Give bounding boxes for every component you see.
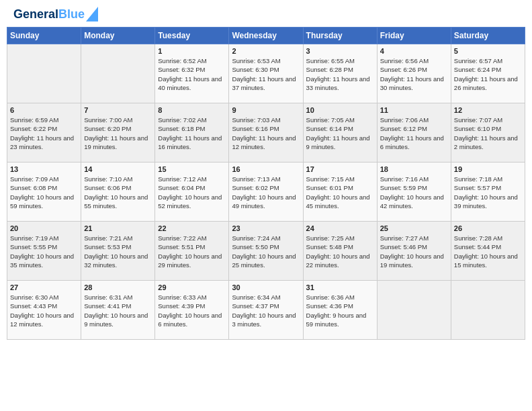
day-info: Sunrise: 6:57 AM Sunset: 6:24 PM Dayligh… <box>454 56 522 92</box>
calendar-cell: 10Sunrise: 7:05 AM Sunset: 6:14 PM Dayli… <box>303 103 377 163</box>
calendar-cell: 27Sunrise: 6:30 AM Sunset: 4:43 PM Dayli… <box>7 281 81 340</box>
day-number: 5 <box>454 47 522 55</box>
day-info: Sunrise: 7:27 AM Sunset: 5:46 PM Dayligh… <box>380 234 448 269</box>
day-number: 8 <box>158 106 226 114</box>
calendar-cell: 30Sunrise: 6:34 AM Sunset: 4:37 PM Dayli… <box>229 281 303 340</box>
day-number: 14 <box>84 165 152 173</box>
calendar-week-row: 20Sunrise: 7:19 AM Sunset: 5:55 PM Dayli… <box>7 222 525 281</box>
day-number: 17 <box>306 165 374 173</box>
calendar-cell: 6Sunrise: 6:59 AM Sunset: 6:22 PM Daylig… <box>7 103 81 163</box>
svg-marker-0 <box>86 7 98 21</box>
weekday-header: Friday <box>377 28 451 44</box>
calendar-week-row: 1Sunrise: 6:52 AM Sunset: 6:32 PM Daylig… <box>7 44 525 103</box>
day-info: Sunrise: 7:18 AM Sunset: 5:57 PM Dayligh… <box>454 175 522 210</box>
day-number: 2 <box>232 47 300 55</box>
day-info: Sunrise: 7:10 AM Sunset: 6:06 PM Dayligh… <box>84 175 152 210</box>
day-info: Sunrise: 6:52 AM Sunset: 6:32 PM Dayligh… <box>158 56 226 92</box>
calendar-cell: 11Sunrise: 7:06 AM Sunset: 6:12 PM Dayli… <box>377 103 451 163</box>
calendar-cell: 23Sunrise: 7:24 AM Sunset: 5:50 PM Dayli… <box>229 222 303 281</box>
calendar-cell: 17Sunrise: 7:15 AM Sunset: 6:01 PM Dayli… <box>303 163 377 222</box>
day-info: Sunrise: 6:55 AM Sunset: 6:28 PM Dayligh… <box>306 56 374 92</box>
day-number: 12 <box>454 106 522 114</box>
day-number: 30 <box>232 283 300 291</box>
calendar-cell: 21Sunrise: 7:21 AM Sunset: 5:53 PM Dayli… <box>81 222 155 281</box>
day-info: Sunrise: 7:25 AM Sunset: 5:48 PM Dayligh… <box>306 234 374 269</box>
weekday-header: Saturday <box>451 28 525 44</box>
calendar-cell <box>81 44 155 103</box>
calendar-wrap: SundayMondayTuesdayWednesdayThursdayFrid… <box>0 27 532 347</box>
calendar-cell: 14Sunrise: 7:10 AM Sunset: 6:06 PM Dayli… <box>81 163 155 222</box>
day-number: 19 <box>454 165 522 173</box>
calendar-cell <box>377 281 451 340</box>
calendar-cell: 7Sunrise: 7:00 AM Sunset: 6:20 PM Daylig… <box>81 103 155 163</box>
weekday-header: Sunday <box>7 28 81 44</box>
day-info: Sunrise: 7:02 AM Sunset: 6:18 PM Dayligh… <box>158 116 226 151</box>
day-info: Sunrise: 6:34 AM Sunset: 4:37 PM Dayligh… <box>232 293 300 328</box>
day-number: 18 <box>380 165 448 173</box>
calendar-cell: 1Sunrise: 6:52 AM Sunset: 6:32 PM Daylig… <box>155 44 229 103</box>
day-number: 11 <box>380 106 448 114</box>
day-number: 9 <box>232 106 300 114</box>
calendar-cell: 9Sunrise: 7:03 AM Sunset: 6:16 PM Daylig… <box>229 103 303 163</box>
day-info: Sunrise: 7:15 AM Sunset: 6:01 PM Dayligh… <box>306 175 374 210</box>
day-info: Sunrise: 7:22 AM Sunset: 5:51 PM Dayligh… <box>158 234 226 269</box>
day-info: Sunrise: 7:28 AM Sunset: 5:44 PM Dayligh… <box>454 234 522 269</box>
day-info: Sunrise: 6:56 AM Sunset: 6:26 PM Dayligh… <box>380 56 448 92</box>
logo-text: GeneralBlue <box>13 8 85 21</box>
calendar-cell: 12Sunrise: 7:07 AM Sunset: 6:10 PM Dayli… <box>451 103 525 163</box>
day-number: 3 <box>306 47 374 55</box>
calendar-cell: 3Sunrise: 6:55 AM Sunset: 6:28 PM Daylig… <box>303 44 377 103</box>
logo-icon <box>86 7 98 21</box>
calendar-cell: 16Sunrise: 7:13 AM Sunset: 6:02 PM Dayli… <box>229 163 303 222</box>
calendar-week-row: 6Sunrise: 6:59 AM Sunset: 6:22 PM Daylig… <box>7 103 525 163</box>
day-number: 23 <box>232 224 300 232</box>
calendar-header: SundayMondayTuesdayWednesdayThursdayFrid… <box>7 28 525 44</box>
day-info: Sunrise: 6:31 AM Sunset: 4:41 PM Dayligh… <box>84 293 152 328</box>
calendar-cell: 29Sunrise: 6:33 AM Sunset: 4:39 PM Dayli… <box>155 281 229 340</box>
day-number: 10 <box>306 106 374 114</box>
day-number: 25 <box>380 224 448 232</box>
day-number: 27 <box>10 283 78 291</box>
day-number: 20 <box>10 224 78 232</box>
calendar-cell <box>451 281 525 340</box>
day-info: Sunrise: 7:03 AM Sunset: 6:16 PM Dayligh… <box>232 116 300 151</box>
day-number: 15 <box>158 165 226 173</box>
day-number: 4 <box>380 47 448 55</box>
day-info: Sunrise: 7:24 AM Sunset: 5:50 PM Dayligh… <box>232 234 300 269</box>
day-info: Sunrise: 7:19 AM Sunset: 5:55 PM Dayligh… <box>10 234 78 269</box>
calendar-week-row: 27Sunrise: 6:30 AM Sunset: 4:43 PM Dayli… <box>7 281 525 340</box>
day-number: 28 <box>84 283 152 291</box>
calendar-week-row: 13Sunrise: 7:09 AM Sunset: 6:08 PM Dayli… <box>7 163 525 222</box>
day-number: 6 <box>10 106 78 114</box>
day-number: 21 <box>84 224 152 232</box>
weekday-header: Tuesday <box>155 28 229 44</box>
day-info: Sunrise: 7:07 AM Sunset: 6:10 PM Dayligh… <box>454 116 522 151</box>
day-number: 26 <box>454 224 522 232</box>
day-number: 13 <box>10 165 78 173</box>
day-info: Sunrise: 6:33 AM Sunset: 4:39 PM Dayligh… <box>158 293 226 328</box>
day-number: 22 <box>158 224 226 232</box>
calendar-cell: 4Sunrise: 6:56 AM Sunset: 6:26 PM Daylig… <box>377 44 451 103</box>
calendar-cell: 25Sunrise: 7:27 AM Sunset: 5:46 PM Dayli… <box>377 222 451 281</box>
calendar-cell: 18Sunrise: 7:16 AM Sunset: 5:59 PM Dayli… <box>377 163 451 222</box>
day-number: 31 <box>306 283 374 291</box>
day-info: Sunrise: 7:05 AM Sunset: 6:14 PM Dayligh… <box>306 116 374 151</box>
day-number: 29 <box>158 283 226 291</box>
calendar-cell: 22Sunrise: 7:22 AM Sunset: 5:51 PM Dayli… <box>155 222 229 281</box>
page-header: GeneralBlue <box>0 0 532 27</box>
weekday-header: Thursday <box>303 28 377 44</box>
calendar-cell: 26Sunrise: 7:28 AM Sunset: 5:44 PM Dayli… <box>451 222 525 281</box>
day-info: Sunrise: 7:12 AM Sunset: 6:04 PM Dayligh… <box>158 175 226 210</box>
day-info: Sunrise: 7:09 AM Sunset: 6:08 PM Dayligh… <box>10 175 78 210</box>
weekday-header: Monday <box>81 28 155 44</box>
calendar-cell: 19Sunrise: 7:18 AM Sunset: 5:57 PM Dayli… <box>451 163 525 222</box>
day-info: Sunrise: 6:30 AM Sunset: 4:43 PM Dayligh… <box>10 293 78 328</box>
day-number: 7 <box>84 106 152 114</box>
day-info: Sunrise: 7:16 AM Sunset: 5:59 PM Dayligh… <box>380 175 448 210</box>
day-info: Sunrise: 6:59 AM Sunset: 6:22 PM Dayligh… <box>10 116 78 151</box>
weekday-header: Wednesday <box>229 28 303 44</box>
calendar-cell: 2Sunrise: 6:53 AM Sunset: 6:30 PM Daylig… <box>229 44 303 103</box>
day-info: Sunrise: 7:13 AM Sunset: 6:02 PM Dayligh… <box>232 175 300 210</box>
calendar-cell: 31Sunrise: 6:36 AM Sunset: 4:36 PM Dayli… <box>303 281 377 340</box>
calendar-table: SundayMondayTuesdayWednesdayThursdayFrid… <box>7 27 525 340</box>
